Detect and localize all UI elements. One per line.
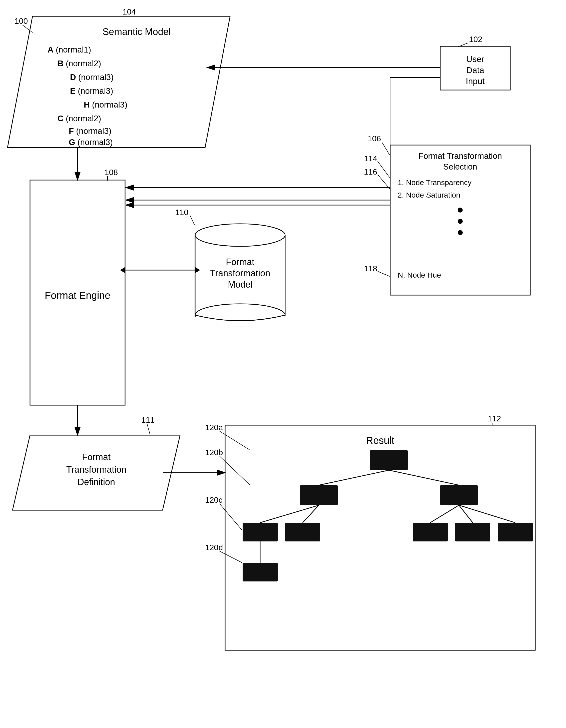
user-data-label-1: User <box>466 54 484 64</box>
fmt-model-label-2: Transformation <box>210 268 270 278</box>
ref-111-line <box>147 424 150 435</box>
user-data-label-3: Input <box>466 76 485 86</box>
sm-item-a: A (normal1) <box>48 45 91 54</box>
ref-102-text: 102 <box>469 35 482 44</box>
tree-node-l2-4 <box>455 523 490 541</box>
ref-116-line <box>378 175 390 189</box>
fmt-def-label-1: Format <box>82 452 111 462</box>
ref-120b-text: 120b <box>205 448 223 457</box>
dot2 <box>458 219 463 224</box>
ref-110-text: 110 <box>175 208 188 217</box>
ref-116-text: 116 <box>364 167 377 176</box>
fmt-model-label-3: Model <box>228 279 252 290</box>
fmt-def-label-3: Definition <box>78 477 115 487</box>
fmt-sel-itemN: N. Node Hue <box>398 271 441 279</box>
cylinder-top <box>195 224 285 246</box>
result-title: Result <box>366 435 394 446</box>
ref-120d-text: 120d <box>205 543 223 552</box>
ref-118-text: 118 <box>364 264 377 273</box>
user-data-label-2: Data <box>466 65 484 75</box>
sm-item-e: E (normal3) <box>70 86 113 96</box>
sm-item-c: C (normal2) <box>58 114 101 123</box>
ref-114-text: 114 <box>364 154 377 163</box>
ref-106-line <box>382 143 390 155</box>
ref-104-text: 104 <box>123 7 136 16</box>
fmt-sel-item2: 2. Node Saturation <box>398 191 460 199</box>
ref-111-text: 111 <box>141 415 155 424</box>
ref-110-line <box>190 216 195 225</box>
format-engine-label: Format Engine <box>45 290 110 301</box>
ref-118-line <box>378 271 390 276</box>
tree-node-root <box>370 450 408 470</box>
diagram-container: Semantic Model A (normal1) B (normal2) D… <box>0 0 566 728</box>
tree-node-l3-1 <box>243 563 278 581</box>
tree-node-l2-2 <box>285 523 320 541</box>
ref-114-line <box>378 161 390 178</box>
fmt-def-label-2: Transformation <box>66 464 127 475</box>
ref-108-text: 108 <box>105 168 118 177</box>
tree-node-l2-1 <box>243 523 278 541</box>
ref-120a-text: 120a <box>205 423 223 432</box>
ref-100-text: 100 <box>15 17 28 26</box>
ref-112-text: 112 <box>488 414 501 423</box>
tree-node-l1-2 <box>440 485 478 505</box>
sm-item-b: B (normal2) <box>58 59 101 68</box>
fmt-sel-title-2: Selection <box>443 162 477 171</box>
tree-node-l2-5 <box>498 523 533 541</box>
main-diagram-svg: Semantic Model A (normal1) B (normal2) D… <box>0 0 566 728</box>
fmt-sel-title-1: Format Transformation <box>418 151 502 161</box>
sm-item-d: D (normal3) <box>70 73 114 82</box>
dot1 <box>458 208 463 213</box>
dot3 <box>458 230 463 235</box>
sm-item-f: F (normal3) <box>69 126 112 136</box>
fmt-model-label-1: Format <box>226 257 254 267</box>
tree-node-l2-3 <box>413 523 448 541</box>
ref-106-text: 106 <box>368 134 381 143</box>
ref-120c-text: 120c <box>205 495 222 504</box>
semantic-model-title: Semantic Model <box>103 27 171 37</box>
sm-item-h: H (normal3) <box>84 100 127 109</box>
tree-node-l1-1 <box>300 485 338 505</box>
fmt-sel-item1: 1. Node Transparency <box>398 178 471 187</box>
sm-item-g: G (normal3) <box>69 138 113 147</box>
